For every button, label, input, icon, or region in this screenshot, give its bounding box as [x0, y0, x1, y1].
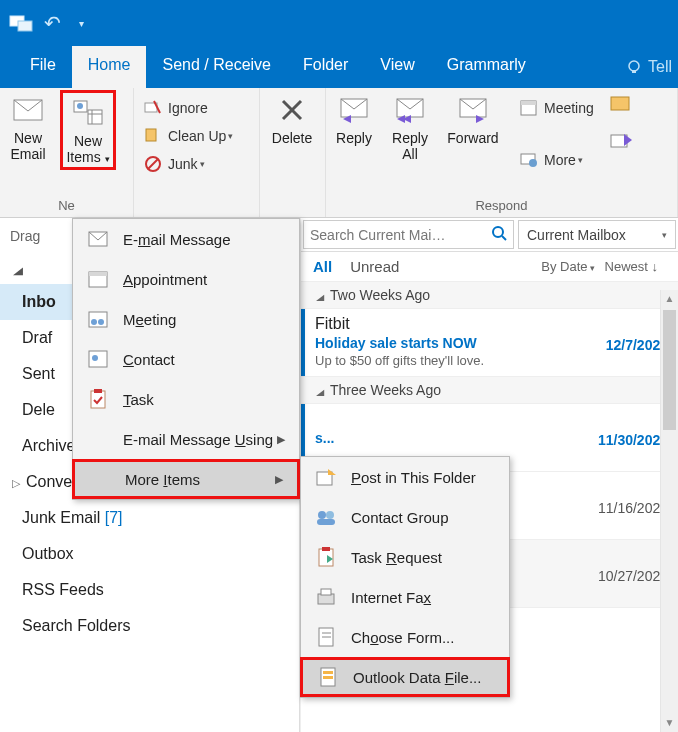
- tab-folder[interactable]: Folder: [287, 46, 364, 88]
- reply-all-button[interactable]: Reply All: [382, 88, 438, 164]
- search-scope[interactable]: Current Mailbox ▾: [518, 220, 676, 249]
- scroll-up-icon[interactable]: ▲: [661, 290, 678, 308]
- menu-outlook-data-file[interactable]: Outlook Data File...: [300, 657, 510, 697]
- message-date: 12/7/2020: [606, 315, 668, 368]
- menu-email-message[interactable]: E-mail Message: [73, 219, 299, 259]
- reply-all-icon: [393, 97, 427, 123]
- folder-outbox[interactable]: Outbox: [0, 536, 299, 572]
- scroll-thumb[interactable]: [663, 310, 676, 430]
- menu-meeting[interactable]: Meeting: [73, 299, 299, 339]
- folder-junk[interactable]: Junk Email [7]: [0, 500, 299, 536]
- filter-unread[interactable]: Unread: [350, 258, 399, 275]
- lightbulb-icon: [626, 59, 642, 75]
- form-icon: [315, 626, 337, 648]
- search-input[interactable]: Search Current Mai…: [303, 220, 514, 249]
- tab-grammarly[interactable]: Grammarly: [431, 46, 542, 88]
- scrollbar[interactable]: ▲ ▼: [660, 290, 678, 732]
- reply-label: Reply: [328, 130, 380, 146]
- svg-rect-31: [89, 312, 107, 327]
- title-bar: ↶ ▾: [0, 0, 678, 46]
- sort-by-date[interactable]: By Date▾: [541, 259, 594, 274]
- fax-icon: [315, 586, 337, 608]
- tell-me-label: Tell: [648, 58, 672, 76]
- svg-rect-44: [322, 547, 330, 551]
- tab-view[interactable]: View: [364, 46, 430, 88]
- junk-icon: [144, 155, 162, 173]
- message-row[interactable]: Fitbit Holiday sale starts NOW Up to $50…: [301, 309, 678, 377]
- more-respond-button[interactable]: More▾: [514, 146, 600, 174]
- group-icon: [315, 506, 337, 528]
- delete-icon: [279, 97, 305, 123]
- svg-rect-34: [89, 351, 107, 367]
- search-bar: Search Current Mai… Current Mailbox ▾: [301, 218, 678, 252]
- qat-customize[interactable]: ▾: [79, 18, 84, 29]
- rules-icon[interactable]: [610, 132, 632, 150]
- menu-choose-form[interactable]: Choose Form...: [301, 617, 509, 657]
- folder-rss[interactable]: RSS Feeds: [0, 572, 299, 608]
- message-subject: s...: [315, 430, 598, 446]
- folder-search-folders[interactable]: Search Folders: [0, 608, 299, 644]
- svg-point-33: [98, 319, 104, 325]
- group-two-weeks[interactable]: Two Weeks Ago: [301, 282, 678, 309]
- message-date: 10/27/2020: [598, 546, 668, 599]
- move-icon[interactable]: [610, 94, 632, 112]
- reply-all-label: Reply All: [384, 130, 436, 162]
- tab-file[interactable]: File: [14, 46, 72, 88]
- junk-button[interactable]: Junk▾: [138, 150, 211, 178]
- forward-button[interactable]: Forward: [438, 88, 508, 148]
- undo-button[interactable]: ↶: [44, 11, 61, 35]
- menu-task-request[interactable]: Task Request: [301, 537, 509, 577]
- svg-rect-12: [146, 129, 156, 141]
- menu-contact-group[interactable]: Contact Group: [301, 497, 509, 537]
- post-icon: [315, 466, 337, 488]
- menu-post-in-folder[interactable]: Post in This Folder: [301, 457, 509, 497]
- svg-rect-7: [88, 110, 102, 124]
- message-date: 11/30/2020: [598, 410, 668, 463]
- ribbon-tabs: File Home Send / Receive Folder View Gra…: [0, 46, 678, 88]
- delete-label: Delete: [262, 130, 322, 146]
- menu-task[interactable]: Task: [73, 379, 299, 419]
- group-respond-label: Respond: [326, 196, 677, 217]
- clean-up-button[interactable]: Clean Up▾: [138, 122, 239, 150]
- menu-contact-group-label: Contact Group: [351, 509, 449, 526]
- svg-rect-36: [91, 391, 105, 408]
- menu-more-items[interactable]: More Items ▶: [72, 459, 300, 499]
- sort-newest[interactable]: Newest ↓: [605, 259, 658, 274]
- meeting-button[interactable]: Meeting: [514, 94, 600, 122]
- svg-point-41: [326, 511, 334, 519]
- submenu-arrow-icon: ▶: [275, 473, 283, 486]
- delete-button[interactable]: Delete: [260, 88, 324, 148]
- svg-point-40: [318, 511, 326, 519]
- menu-fax-label: Internet Fax: [351, 589, 431, 606]
- task-icon: [87, 388, 109, 410]
- meeting-icon: [87, 308, 109, 330]
- submenu-arrow-icon: ▶: [277, 433, 285, 446]
- scroll-down-icon[interactable]: ▼: [661, 714, 678, 732]
- svg-rect-42: [317, 519, 335, 525]
- menu-appointment[interactable]: Appointment: [73, 259, 299, 299]
- menu-contact[interactable]: Contact: [73, 339, 299, 379]
- message-subject: Holiday sale starts NOW: [315, 335, 606, 351]
- ignore-button[interactable]: Ignore: [138, 94, 214, 122]
- menu-email-using[interactable]: E-mail Message Using ▶: [73, 419, 299, 459]
- tab-send-receive[interactable]: Send / Receive: [146, 46, 287, 88]
- folder-junk-label: Junk Email: [22, 509, 100, 526]
- tell-me[interactable]: Tell: [626, 46, 678, 88]
- search-placeholder: Search Current Mai…: [310, 227, 445, 243]
- new-items-icon: [73, 100, 103, 126]
- reply-button[interactable]: Reply: [326, 88, 382, 148]
- group-new-label: Ne: [0, 196, 133, 217]
- filter-all[interactable]: All: [313, 258, 332, 275]
- tab-home[interactable]: Home: [72, 46, 147, 88]
- ribbon: New Email New Items ▾ Ne Ignore Clean Up…: [0, 88, 678, 218]
- menu-email-using-label: E-mail Message Using: [123, 431, 273, 448]
- new-email-button[interactable]: New Email: [0, 88, 56, 164]
- new-items-button[interactable]: New Items ▾: [60, 90, 116, 170]
- message-from: [315, 410, 598, 428]
- group-three-weeks[interactable]: Three Weeks Ago: [301, 377, 678, 404]
- app-icon: [8, 12, 34, 34]
- svg-point-2: [629, 61, 639, 71]
- search-icon[interactable]: [491, 225, 507, 244]
- task-request-icon: [315, 546, 337, 568]
- menu-internet-fax[interactable]: Internet Fax: [301, 577, 509, 617]
